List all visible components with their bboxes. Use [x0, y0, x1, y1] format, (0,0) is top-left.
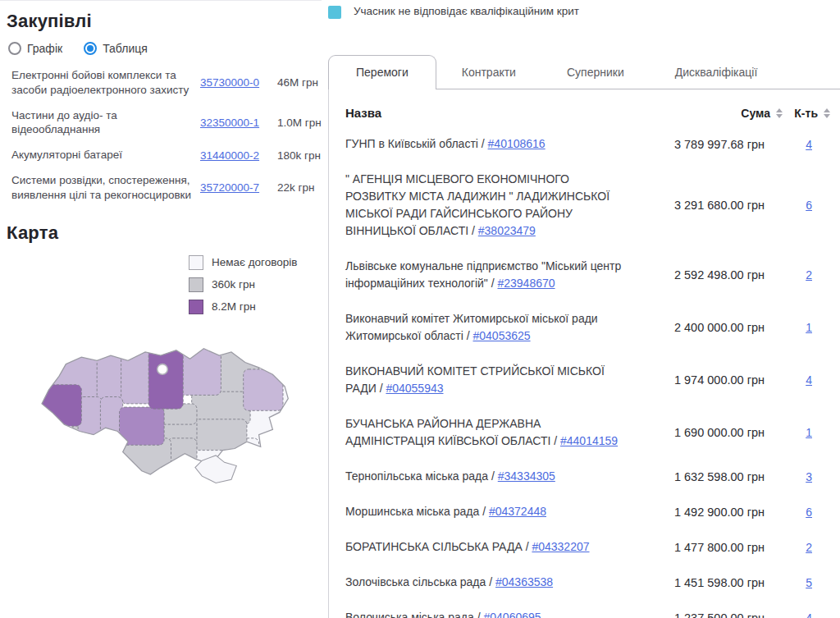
row-count-link[interactable]: 6 [806, 199, 812, 212]
column-header-count[interactable]: К-ть [783, 107, 830, 120]
row-count-link[interactable]: 4 [806, 373, 812, 387]
row-count-link[interactable]: 4 [806, 611, 812, 618]
radio-label: Таблиця [103, 42, 148, 55]
row-entity-link[interactable]: #04055943 [386, 382, 443, 395]
row-count: 4 [765, 373, 812, 387]
view-toggle: ГрафікТаблиця [8, 42, 322, 55]
kyiv-city-marker[interactable] [158, 364, 168, 374]
row-count-link[interactable]: 2 [806, 268, 812, 282]
map-legend-swatch [189, 277, 203, 292]
row-sum: 1 477 800.00 грн [641, 541, 765, 554]
table-row: БОРАТИНСЬКА СІЛЬСЬКА РАДА / #043322071 4… [345, 529, 812, 565]
procurement-code-link[interactable]: 35730000-0 [200, 76, 259, 89]
row-count: 5 [765, 576, 812, 589]
row-sum: 1 492 900.00 грн [641, 506, 765, 519]
row-name: Моршинська міська рада / #04372448 [345, 503, 641, 520]
ukraine-map-svg [25, 319, 300, 492]
row-entity-link[interactable]: #04060695 [483, 611, 541, 618]
row-entity-link[interactable]: #04372448 [489, 505, 546, 518]
row-count-link[interactable]: 3 [806, 470, 812, 483]
row-entity-link[interactable]: #34334305 [498, 469, 555, 483]
tab-дискваліфікації[interactable]: Дискваліфікації [650, 56, 783, 89]
map-legend: Немає договорів360k грн8.2M грн [189, 255, 322, 314]
table-row: Виконавчий комітет Житомирської міської … [345, 301, 812, 354]
procurement-amount: 46M грн [277, 76, 318, 89]
row-count-link[interactable]: 1 [806, 321, 812, 334]
view-option-0[interactable]: Графік [8, 42, 62, 55]
row-entity-link[interactable]: #44014159 [560, 434, 618, 447]
row-entity-link[interactable]: #38023479 [478, 224, 536, 237]
tab-суперники[interactable]: Суперники [541, 56, 650, 89]
row-count-link[interactable]: 6 [806, 506, 812, 519]
row-name: БОРАТИНСЬКА СІЛЬСЬКА РАДА / #04332207 [345, 538, 641, 556]
row-count: 4 [765, 611, 812, 618]
row-count: 1 [765, 321, 812, 334]
row-count: 6 [765, 506, 812, 519]
row-entity-link[interactable]: #04332207 [532, 540, 589, 553]
row-entity-link[interactable]: #23948670 [497, 277, 555, 290]
radio-icon[interactable] [8, 42, 21, 55]
row-name: " АГЕНЦІЯ МІСЦЕВОГО ЕКОНОМІЧНОГО РОЗВИТК… [345, 171, 641, 240]
row-count: 2 [765, 268, 812, 282]
table-row: ВИКОНАВЧИЙ КОМІТЕТ СТРИЙСЬКОЇ МІСЬКОЇ РА… [345, 354, 812, 406]
row-count-link[interactable]: 5 [806, 576, 812, 589]
map-legend-swatch [189, 300, 203, 314]
map-region-kyiv[interactable] [148, 348, 183, 409]
row-count-link[interactable]: 1 [806, 426, 812, 439]
procurement-code: 32350000-1 [200, 117, 271, 129]
row-sum: 2 400 000.00 грн [641, 321, 765, 334]
row-count-link[interactable]: 4 [806, 138, 812, 151]
procurement-list: Електронні бойові комплекси та засоби ра… [11, 68, 322, 203]
row-count-link[interactable]: 2 [806, 541, 812, 554]
row-count: 4 [765, 138, 812, 151]
procurement-amount: 180k грн [277, 149, 321, 162]
row-name: Золочівська сільська рада / #04363538 [345, 574, 641, 591]
map-region-kharkiv[interactable] [244, 369, 283, 410]
table-row: Моршинська міська рада / #043724481 492 … [345, 494, 812, 529]
tab-перемоги[interactable]: Перемоги [328, 55, 436, 89]
map-legend-swatch [189, 255, 203, 270]
row-entity-link[interactable]: #04363538 [495, 575, 553, 588]
row-entity-link[interactable]: #04053625 [472, 329, 530, 342]
map-legend-item: 8.2M грн [189, 300, 322, 314]
row-sum: 2 592 498.00 грн [641, 268, 765, 282]
row-name: Тернопільська міська рада / #34334305 [345, 468, 641, 485]
row-name: ГУНП в Київській області / #40108616 [345, 135, 641, 153]
procurement-code-link[interactable]: 32350000-1 [200, 117, 259, 129]
map-region-rivne[interactable] [97, 354, 123, 401]
map-region-chernihiv[interactable] [180, 346, 221, 395]
column-header-sum[interactable]: Сума [660, 107, 783, 120]
sort-icon-sum[interactable] [776, 108, 783, 118]
row-sum: 1 632 598.00 грн [641, 470, 765, 483]
procurement-name: Системи розвідки, спостереження, виявлен… [11, 173, 194, 203]
table-row: " АГЕНЦІЯ МІСЦЕВОГО ЕКОНОМІЧНОГО РОЗВИТК… [345, 162, 812, 249]
table-row: Волочиська міська рада / #040606951 237 … [345, 600, 812, 618]
procurement-name: Електронні бойові комплекси та засоби ра… [11, 68, 194, 98]
procurement-code-link[interactable]: 35720000-7 [200, 181, 259, 194]
row-sum: 1 451 598.00 грн [641, 576, 765, 589]
row-name: ВИКОНАВЧИЙ КОМІТЕТ СТРИЙСЬКОЇ МІСЬКОЇ РА… [345, 363, 641, 397]
view-option-selected[interactable]: Таблиця [84, 42, 148, 55]
procurement-code: 35730000-0 [200, 76, 271, 89]
map-legend-label: 360k грн [212, 278, 255, 291]
row-name: Виконавчий комітет Житомирської міської … [345, 310, 641, 345]
row-sum: 3 789 997.68 грн [641, 138, 765, 151]
table-row: БУЧАНСЬКА РАЙОННА ДЕРЖАВНА АДМІНІСТРАЦІЯ… [345, 406, 812, 459]
row-count: 1 [765, 426, 812, 439]
map-region-dnipro[interactable] [194, 419, 247, 450]
radio-icon[interactable] [84, 42, 97, 55]
table-row: Тернопільська міська рада / #343343051 6… [345, 459, 812, 494]
procurement-item: Частини до аудіо- та відеообладнання3235… [11, 108, 322, 138]
tab-контракти[interactable]: Контракти [436, 56, 541, 89]
procurement-code-link[interactable]: 31440000-2 [200, 149, 259, 162]
row-entity-link[interactable]: #40108616 [488, 137, 546, 150]
map-title: Карта [7, 222, 322, 244]
sort-icon-count[interactable] [824, 108, 830, 118]
row-count: 2 [765, 541, 812, 554]
ukraine-choropleth-map [25, 319, 322, 492]
procurement-name: Акумуляторні батареї [11, 148, 194, 163]
table-row: Золочівська сільська рада / #043635381 4… [345, 565, 812, 600]
procurement-amount: 22k грн [277, 181, 314, 194]
map-legend-label: 8.2M грн [212, 300, 256, 313]
radio-label: Графік [27, 42, 62, 55]
